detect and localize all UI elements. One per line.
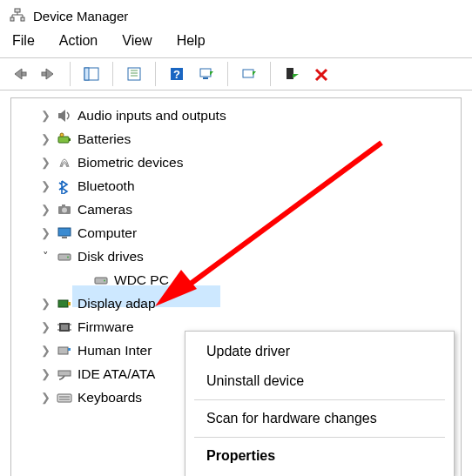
- device-manager-icon: [9, 7, 26, 24]
- svg-rect-29: [62, 204, 65, 206]
- back-button[interactable]: [5, 62, 33, 86]
- menu-view[interactable]: View: [122, 33, 152, 49]
- scan-hardware-button[interactable]: [192, 62, 220, 86]
- properties-icon: [125, 66, 143, 82]
- enable-icon: [283, 66, 300, 82]
- tree-item-computer[interactable]: ❯ Computer: [13, 221, 459, 245]
- chevron-right-icon[interactable]: ❯: [37, 132, 53, 145]
- svg-rect-39: [61, 325, 68, 330]
- svg-rect-30: [58, 228, 71, 236]
- titlebar: Device Manager: [0, 0, 472, 28]
- tree-item-bluetooth[interactable]: ❯ Bluetooth: [13, 174, 459, 198]
- tree-item-biometric[interactable]: ❯ Biometric devices: [13, 151, 459, 174]
- chevron-right-icon[interactable]: ❯: [37, 367, 53, 380]
- chevron-right-icon[interactable]: ❯: [37, 156, 53, 169]
- chevron-right-icon[interactable]: ❯: [37, 226, 53, 239]
- arrow-left-icon: [10, 66, 29, 82]
- tree-item-label: Audio inputs and outputs: [78, 108, 226, 124]
- separator: [70, 62, 71, 86]
- svg-rect-22: [287, 68, 293, 79]
- svg-rect-11: [128, 68, 140, 80]
- tree-item-label: Display adap: [78, 296, 156, 312]
- speaker-icon: [55, 106, 74, 125]
- separator: [194, 399, 445, 400]
- drive-icon: [91, 271, 111, 290]
- tree-item-disk-drives[interactable]: ˅ Disk drives: [13, 245, 459, 268]
- tree-item-batteries[interactable]: ❯ Batteries: [13, 127, 459, 151]
- tree-item-label: Computer: [78, 225, 137, 241]
- ctx-uninstall-device[interactable]: Uninstall device: [187, 366, 452, 396]
- tree-item-label: Bluetooth: [78, 178, 135, 194]
- disable-icon: [313, 66, 330, 82]
- svg-point-33: [67, 256, 69, 258]
- svg-rect-17: [200, 69, 211, 77]
- chevron-right-icon[interactable]: ❯: [37, 179, 53, 192]
- properties-button[interactable]: [120, 62, 148, 86]
- forward-button[interactable]: [35, 62, 63, 86]
- menu-file[interactable]: File: [12, 33, 35, 49]
- separator: [194, 437, 445, 438]
- tree-item-cameras[interactable]: ❯ Cameras: [13, 198, 459, 221]
- chevron-down-icon[interactable]: ˅: [37, 250, 53, 263]
- separator: [155, 62, 156, 86]
- tree-item-label: Human Inter: [78, 343, 152, 359]
- toolbar: ?: [0, 57, 472, 91]
- separator: [227, 62, 228, 86]
- menu-action[interactable]: Action: [59, 33, 98, 49]
- bluetooth-icon: [55, 177, 74, 196]
- arrow-right-icon: [39, 66, 58, 82]
- ctx-properties[interactable]: Properties: [187, 441, 452, 471]
- tree-item-audio[interactable]: ❯ Audio inputs and outputs: [13, 104, 459, 127]
- separator: [270, 62, 271, 86]
- svg-rect-47: [57, 394, 71, 402]
- chevron-right-icon[interactable]: ❯: [37, 203, 53, 216]
- monitor-icon: [55, 224, 74, 243]
- tree-item-display-adapters[interactable]: ❯ Display adap: [13, 292, 459, 315]
- svg-rect-0: [15, 9, 20, 12]
- svg-rect-45: [68, 348, 71, 351]
- tree-item-label: Biometric devices: [78, 155, 183, 171]
- tree-item-label: Firmware: [78, 319, 134, 335]
- fingerprint-icon: [55, 153, 74, 172]
- chevron-right-icon[interactable]: ❯: [37, 297, 53, 310]
- tree-item-label: Keyboards: [78, 390, 142, 406]
- svg-marker-23: [293, 74, 299, 78]
- show-hide-tree-button[interactable]: [78, 62, 105, 86]
- enable-device-button[interactable]: [278, 62, 306, 86]
- svg-point-35: [104, 279, 105, 281]
- chevron-right-icon[interactable]: ❯: [37, 391, 53, 404]
- help-button[interactable]: ?: [163, 62, 191, 86]
- tree-item-wdc-drive[interactable]: WDC PC: [13, 268, 459, 292]
- svg-rect-46: [58, 371, 71, 376]
- svg-rect-37: [68, 302, 71, 305]
- svg-rect-25: [69, 138, 71, 141]
- svg-rect-36: [58, 300, 68, 307]
- chevron-right-icon[interactable]: ❯: [37, 344, 53, 357]
- svg-rect-8: [42, 72, 46, 76]
- ctx-scan-hardware[interactable]: Scan for hardware changes: [187, 404, 452, 433]
- camera-icon: [55, 200, 74, 219]
- svg-text:?: ?: [173, 68, 180, 81]
- svg-rect-44: [58, 347, 68, 354]
- svg-rect-18: [203, 77, 208, 79]
- window-title: Device Manager: [33, 9, 128, 23]
- keyboard-icon: [55, 388, 74, 407]
- scan-icon: [198, 66, 215, 82]
- chevron-right-icon[interactable]: ❯: [37, 320, 53, 333]
- menubar: File Action View Help: [0, 28, 472, 57]
- update-driver-icon: [240, 66, 258, 82]
- disable-device-button[interactable]: [307, 62, 335, 86]
- svg-rect-24: [58, 137, 69, 143]
- tree-item-label: IDE ATA/ATA: [78, 366, 155, 382]
- tree-item-label: Batteries: [78, 131, 131, 147]
- chevron-right-icon[interactable]: ❯: [37, 109, 53, 122]
- drive-icon: [55, 247, 74, 266]
- display-adapter-icon: [55, 294, 74, 313]
- ctx-update-driver[interactable]: Update driver: [187, 337, 452, 366]
- update-driver-button[interactable]: [235, 62, 263, 86]
- menu-help[interactable]: Help: [177, 33, 206, 49]
- battery-icon: [55, 130, 74, 149]
- context-menu: Update driver Uninstall device Scan for …: [185, 331, 455, 476]
- tree-item-label: Disk drives: [78, 249, 144, 265]
- firmware-icon: [55, 318, 74, 337]
